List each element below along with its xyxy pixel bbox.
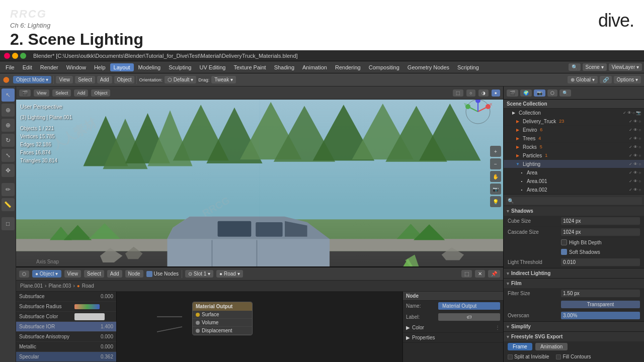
viewport-pan[interactable]: ✋ — [490, 171, 501, 182]
node-select-menu[interactable]: Select — [84, 270, 104, 278]
cascade-size-select[interactable]: 1024 px 512 px 2048 px — [561, 228, 640, 236]
transparent-btn[interactable]: Transparent — [561, 301, 640, 308]
breadcrumb-item-3[interactable]: Road — [82, 283, 94, 289]
film-header[interactable]: Film — [504, 279, 644, 288]
viewport-view-menu[interactable]: View — [34, 89, 49, 97]
object-mode-btn[interactable]: Object Mode ▾ — [13, 76, 51, 83]
breadcrumb-item-2[interactable]: Plane.003 — [48, 283, 71, 289]
collection-item-area-001[interactable]: • Area.001 ✓ 👁 ○ — [504, 177, 644, 186]
light-threshold-input[interactable] — [561, 258, 640, 266]
snap-btn[interactable]: 🔗 — [600, 76, 612, 83]
options-btn[interactable]: Options ▾ — [614, 76, 641, 83]
node-toggle-1[interactable]: ⬚ — [461, 270, 472, 278]
freestyle-frame-btn[interactable]: Frame — [508, 343, 532, 350]
node-node-menu[interactable]: Node — [125, 270, 143, 278]
measure-tool[interactable]: 📏 — [2, 198, 15, 211]
viewlayer-selector[interactable]: ViewLayer ▾ — [609, 63, 642, 71]
node-editor-type[interactable]: ⬡ — [19, 270, 29, 278]
overscan-input[interactable] — [561, 312, 640, 319]
subsurface-radius-swatch[interactable] — [74, 304, 100, 309]
viewport-zoom-out[interactable]: − — [490, 158, 501, 169]
collection-item-area[interactable]: • Area ✓ 👁 ○ — [504, 168, 644, 177]
soft-shadows-toggle[interactable]: Soft Shadows — [561, 249, 600, 255]
node-add-menu[interactable]: Add — [107, 270, 122, 278]
transform-tool[interactable]: ✥ — [2, 164, 15, 177]
menu-sculpting[interactable]: Sculpting — [165, 63, 195, 71]
collection-item-particles[interactable]: ▶ Particles 1 ✓ 👁 ○ — [504, 151, 644, 160]
node-view-menu[interactable]: View — [64, 270, 82, 278]
color-options[interactable]: ⋮ — [495, 325, 500, 330]
menu-help[interactable]: Help — [91, 63, 109, 71]
viewport-zoom-in[interactable]: + — [490, 146, 501, 157]
annotate-tool[interactable]: ✏ — [2, 183, 15, 196]
menu-edit[interactable]: Edit — [19, 63, 36, 71]
rp-render-btn[interactable]: 📷 — [534, 89, 545, 97]
node-toggle-2[interactable]: ✕ — [475, 270, 485, 278]
object-menu[interactable]: Object — [114, 76, 135, 83]
minimize-icon[interactable] — [12, 53, 18, 59]
menu-layout[interactable]: Layout — [110, 63, 134, 71]
subsurface-color-swatch[interactable] — [74, 313, 105, 320]
maximize-icon[interactable] — [20, 53, 26, 59]
collection-item-trees[interactable]: ▶ Trees 4 ✓ 👁 ○ — [504, 134, 644, 143]
rp-object-btn[interactable]: ⬡ — [547, 89, 557, 97]
rp-search[interactable]: 🔍 — [559, 89, 571, 97]
props-search-input[interactable] — [506, 197, 642, 205]
breadcrumb-item-1[interactable]: Plane.001 — [20, 283, 43, 289]
viewport-light[interactable]: 💡 — [490, 196, 501, 207]
viewport-editor-type[interactable]: 🎬 — [19, 89, 31, 97]
material-output-node[interactable]: Material Output Surface Volume — [192, 302, 253, 335]
global-btn[interactable]: ⊕ Global ▾ — [568, 76, 597, 83]
add-menu[interactable]: Add — [97, 76, 112, 83]
node-name-value[interactable]: Material Output — [438, 302, 500, 310]
simplify-header[interactable]: Simplify — [504, 322, 644, 331]
high-bit-depth-toggle[interactable]: High Bit Depth — [561, 239, 601, 245]
use-nodes-checkbox[interactable] — [146, 271, 152, 277]
split-invisible-toggle[interactable]: Split at Invisible — [508, 354, 549, 359]
cube-size-select[interactable]: 1024 px 512 px 2048 px — [561, 217, 640, 225]
collection-item-delivery[interactable]: ▶ Delivery_Truck 23 ✓ 👁 ○ — [504, 117, 644, 126]
menu-animation[interactable]: Animation — [299, 63, 331, 71]
viewport-shading-solid[interactable]: ○ — [466, 89, 475, 97]
node-graph[interactable]: Material Output Surface Volume — [117, 292, 403, 362]
indirect-lighting-header[interactable]: Indirect Lighting — [504, 268, 644, 278]
collection-item-area-002[interactable]: • Area.002 ✓ 👁 ○ — [504, 186, 644, 194]
collection-item-lighting[interactable]: ▼ Lighting ✓ 👁 ○ — [504, 160, 644, 168]
viewport-select-menu[interactable]: Select — [52, 89, 71, 97]
viewport-shading-rendered[interactable]: ● — [492, 89, 500, 97]
viewport-add-menu[interactable]: Add — [74, 89, 88, 97]
viewport-shading-material[interactable]: ◑ — [478, 89, 489, 97]
rp-world-btn[interactable]: 🌍 — [520, 89, 532, 97]
collection-item-enviro[interactable]: ▶ Enviro 6 ✓ 👁 ○ — [504, 126, 644, 134]
slot-selector[interactable]: ⊙ Slot 1 ▾ — [185, 270, 213, 278]
collection-item-rocks[interactable]: ▶ Rocks 5 ✓ 👁 ○ — [504, 143, 644, 151]
search-btn[interactable]: 🔍 — [569, 63, 581, 71]
menu-rendering[interactable]: Rendering — [332, 63, 364, 71]
add-cube-tool[interactable]: □ — [2, 217, 15, 230]
scale-tool[interactable]: ⤡ — [2, 149, 15, 162]
collection-item-root[interactable]: ▶ Collection ✓ 👁 ○ 📷 — [504, 109, 644, 117]
select-menu[interactable]: Select — [75, 76, 95, 83]
menu-shading[interactable]: Shading — [271, 63, 298, 71]
scene-selector[interactable]: Scene ▾ — [583, 63, 607, 71]
freestyle-animation-btn[interactable]: Animation — [535, 343, 568, 350]
freestyle-header[interactable]: Freestyle SVG Export — [504, 332, 644, 341]
viewport-shading-wire[interactable]: ⬚ — [453, 89, 463, 97]
viewport-object-menu[interactable]: Object — [91, 89, 110, 97]
select-tool[interactable]: ↖ — [2, 88, 15, 102]
menu-geometry-nodes[interactable]: Geometry Nodes — [404, 63, 453, 71]
node-object-mode[interactable]: ● Object ▾ — [32, 270, 61, 278]
menu-compositing[interactable]: Compositing — [365, 63, 403, 71]
close-icon[interactable] — [4, 53, 10, 59]
view-menu[interactable]: View — [56, 76, 73, 83]
node-pin[interactable]: 📌 — [488, 270, 500, 278]
filter-size-input[interactable] — [561, 290, 640, 297]
menu-file[interactable]: File — [2, 63, 18, 71]
menu-texture-paint[interactable]: Texture Paint — [230, 63, 269, 71]
menu-scripting[interactable]: Scripting — [454, 63, 482, 71]
3d-viewport[interactable]: 🎬 View Select Add Object ⬚ ○ ◑ ● — [16, 86, 503, 266]
menu-modeling[interactable]: Modeling — [135, 63, 165, 71]
node-label-icon[interactable]: 🏷 — [438, 313, 500, 321]
viewport-camera[interactable]: 📷 — [490, 184, 501, 195]
material-selector[interactable]: ● Road ▾ — [216, 270, 243, 278]
